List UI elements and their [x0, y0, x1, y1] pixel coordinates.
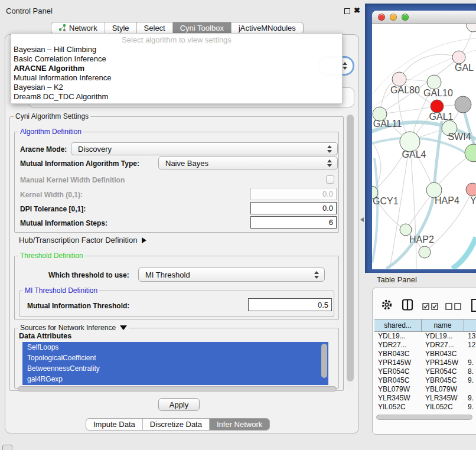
tab-cyni-toolbox[interactable]: Cyni Toolbox [173, 22, 232, 34]
network-node[interactable] [392, 72, 406, 86]
algorithm-dropdown: Select algorithm to view settings Bayesi… [11, 33, 343, 104]
table-row[interactable]: YBL079WYBL079W [374, 385, 476, 394]
network-canvas[interactable]: GALGAL80GAL10GAL1GAL11SWI4GAL4GCY1HAP4YH… [372, 24, 476, 269]
close-traffic-light-icon[interactable] [378, 14, 385, 21]
tab-style[interactable]: Style [105, 22, 137, 34]
manual-kernel-label: Manual Kernel Width Definition [20, 176, 125, 184]
table-row[interactable]: YDR27...YDR27...12 [374, 341, 476, 350]
table-column-header[interactable]: shared... [374, 319, 422, 331]
mi-threshold-input[interactable]: 0.5 [248, 298, 332, 311]
mi-threshold-label: Mutual Information Threshold: [27, 302, 129, 310]
network-edge[interactable] [410, 142, 416, 269]
table-column-header[interactable]: A [464, 319, 476, 331]
table-cell: YER054C [374, 367, 422, 376]
network-node[interactable] [452, 51, 465, 64]
column-chooser-icon[interactable] [402, 299, 413, 313]
aracne-mode-label: Aracne Mode: [20, 145, 67, 154]
select-all-icon[interactable] [422, 302, 439, 312]
algorithm-option[interactable]: ARACNE Algorithm [11, 64, 342, 73]
data-attribute-item[interactable]: BetweennessCentrality [22, 363, 328, 374]
network-node-label: GAL4 [402, 149, 426, 159]
network-node-label: HAP4 [435, 195, 459, 206]
network-node[interactable] [431, 100, 444, 113]
dpi-tolerance-input[interactable]: 0.0 [250, 202, 337, 214]
table-column-header[interactable]: name [422, 319, 464, 331]
close-panel-icon[interactable]: ✖ [354, 6, 360, 15]
network-node[interactable] [400, 132, 420, 152]
network-edge[interactable] [452, 237, 476, 269]
sources-legend-label[interactable]: Sources for Network Inference [20, 324, 116, 332]
table-cell: YBR043C [422, 350, 464, 358]
algorithm-option[interactable]: Dream8 DC_TDC Algorithm [11, 92, 342, 102]
settings-scrollbar-track[interactable] [346, 113, 354, 390]
table-cell: YBL079W [374, 385, 422, 394]
table-header-row[interactable]: shared...nameA [374, 319, 476, 332]
zoom-traffic-light-icon[interactable] [402, 14, 409, 21]
network-node[interactable] [400, 224, 412, 236]
settings-hscrollbar-thumb[interactable] [18, 386, 337, 392]
table-hscrollbar-thumb[interactable] [376, 415, 472, 420]
apply-button[interactable]: Apply [158, 398, 200, 411]
network-icon [58, 24, 66, 33]
float-panel-icon[interactable] [344, 8, 350, 14]
table-cell: YER054C [422, 367, 464, 376]
settings-scrollbar-thumb[interactable] [347, 115, 354, 381]
algorithm-option[interactable]: Basic Correlation Inference [11, 54, 342, 64]
table-cell: 9. [464, 358, 476, 367]
data-attribute-item[interactable]: gal4RGexp [22, 374, 328, 384]
table-settings-gear-icon[interactable] [381, 299, 393, 313]
network-edge[interactable] [399, 54, 459, 79]
hub-expander[interactable]: Hub/Transcription Factor Definition [19, 236, 146, 244]
mi-steps-label: Mutual Information Steps: [20, 219, 107, 227]
panel-splitter-handle[interactable] [360, 217, 364, 222]
kernel-width-input[interactable]: 0.0 [250, 188, 337, 200]
algorithm-option[interactable]: Bayesian – K2 [11, 83, 342, 92]
data-attribute-item[interactable]: SelfLoops [22, 342, 328, 353]
network-node[interactable] [467, 24, 476, 32]
algorithm-option[interactable]: Mutual Information Inference [11, 73, 342, 83]
network-node[interactable] [466, 183, 476, 196]
table-row[interactable]: YPR145WYPR145W9. [374, 358, 476, 367]
network-node-label: GAL80 [390, 85, 420, 95]
table-row[interactable]: YBR045CYBR045C9. [374, 376, 476, 385]
tab-impute-data[interactable]: Impute Data [86, 419, 143, 430]
tab-select[interactable]: Select [137, 22, 173, 34]
tab-infer-network[interactable]: Infer Network [210, 419, 269, 430]
table-row[interactable]: YIL052CYIL052C9. [374, 403, 476, 412]
network-edge[interactable] [380, 106, 437, 114]
function-builder-icon[interactable] [471, 298, 476, 315]
network-node-label: HAP2 [409, 234, 434, 244]
table-row[interactable]: YDL19...YDL19...13 [374, 332, 476, 341]
mi-type-combo[interactable]: Naive Bayes [158, 156, 338, 169]
network-node[interactable] [427, 75, 441, 89]
tab-network[interactable]: Network [51, 22, 105, 34]
network-edge[interactable] [372, 158, 377, 263]
table-row[interactable]: YBR043CYBR043C [374, 350, 476, 358]
tab-discretize-data[interactable]: Discretize Data [143, 419, 210, 430]
which-threshold-combo[interactable]: MI Threshold [138, 268, 325, 282]
table-row[interactable]: YER054CYER054C8. [374, 367, 476, 376]
table-row[interactable]: YLR345WYLR345W9. [374, 394, 476, 403]
aracne-mode-combo[interactable]: Discovery [71, 142, 338, 155]
network-node[interactable] [465, 144, 476, 162]
deselect-all-icon[interactable] [445, 302, 462, 312]
network-window-titlebar[interactable] [372, 11, 476, 24]
network-node[interactable] [455, 96, 471, 113]
mi-steps-input[interactable]: 6 [250, 216, 337, 229]
stepper-icon [327, 159, 332, 167]
minimize-traffic-light-icon[interactable] [390, 14, 397, 21]
table-cell [464, 385, 476, 394]
list-scrollbar-thumb[interactable] [321, 344, 327, 378]
tab-jactivemnodules[interactable]: jActiveMNodules [232, 22, 303, 34]
app-screen: Control Panel ✖ Network Style Select Cyn… [0, 0, 476, 450]
tab-network-label: Network [69, 24, 97, 32]
expander-expanded-icon [120, 325, 127, 330]
data-attribute-item[interactable]: TopologicalCoefficient [22, 353, 328, 363]
table-cell [464, 350, 476, 358]
data-attributes-list[interactable]: SelfLoopsTopologicalCoefficientBetweenne… [22, 342, 328, 385]
network-node[interactable] [419, 246, 431, 258]
manual-kernel-checkbox[interactable] [326, 175, 334, 184]
stepper-icon [327, 145, 332, 153]
minimized-panel-icon[interactable] [2, 445, 12, 450]
algorithm-option[interactable]: Bayesian – Hill Climbing [11, 45, 342, 54]
